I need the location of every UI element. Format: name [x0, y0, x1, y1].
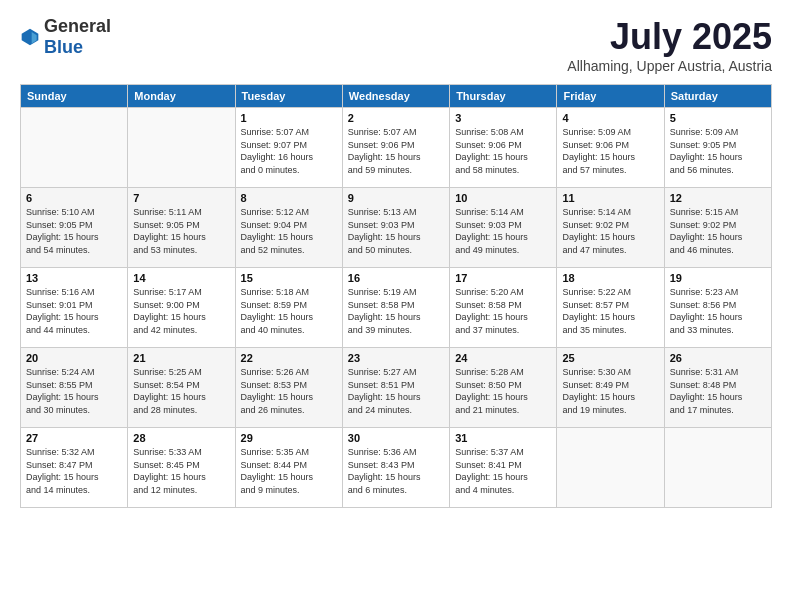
- weekday-header-friday: Friday: [557, 85, 664, 108]
- calendar-cell: 18Sunrise: 5:22 AM Sunset: 8:57 PM Dayli…: [557, 268, 664, 348]
- day-info: Sunrise: 5:25 AM Sunset: 8:54 PM Dayligh…: [133, 366, 229, 416]
- calendar-cell: 19Sunrise: 5:23 AM Sunset: 8:56 PM Dayli…: [664, 268, 771, 348]
- day-number: 18: [562, 272, 658, 284]
- week-row-2: 6Sunrise: 5:10 AM Sunset: 9:05 PM Daylig…: [21, 188, 772, 268]
- calendar-cell: 24Sunrise: 5:28 AM Sunset: 8:50 PM Dayli…: [450, 348, 557, 428]
- day-number: 2: [348, 112, 444, 124]
- day-number: 28: [133, 432, 229, 444]
- calendar-cell: 13Sunrise: 5:16 AM Sunset: 9:01 PM Dayli…: [21, 268, 128, 348]
- calendar-cell: 1Sunrise: 5:07 AM Sunset: 9:07 PM Daylig…: [235, 108, 342, 188]
- day-number: 26: [670, 352, 766, 364]
- calendar-cell: 25Sunrise: 5:30 AM Sunset: 8:49 PM Dayli…: [557, 348, 664, 428]
- calendar-cell: 30Sunrise: 5:36 AM Sunset: 8:43 PM Dayli…: [342, 428, 449, 508]
- calendar-cell: 6Sunrise: 5:10 AM Sunset: 9:05 PM Daylig…: [21, 188, 128, 268]
- day-number: 5: [670, 112, 766, 124]
- weekday-header-sunday: Sunday: [21, 85, 128, 108]
- calendar-cell: 9Sunrise: 5:13 AM Sunset: 9:03 PM Daylig…: [342, 188, 449, 268]
- day-info: Sunrise: 5:35 AM Sunset: 8:44 PM Dayligh…: [241, 446, 337, 496]
- day-number: 11: [562, 192, 658, 204]
- day-info: Sunrise: 5:33 AM Sunset: 8:45 PM Dayligh…: [133, 446, 229, 496]
- day-info: Sunrise: 5:22 AM Sunset: 8:57 PM Dayligh…: [562, 286, 658, 336]
- day-number: 8: [241, 192, 337, 204]
- calendar-cell: [557, 428, 664, 508]
- day-number: 16: [348, 272, 444, 284]
- day-number: 1: [241, 112, 337, 124]
- day-info: Sunrise: 5:16 AM Sunset: 9:01 PM Dayligh…: [26, 286, 122, 336]
- calendar-cell: 17Sunrise: 5:20 AM Sunset: 8:58 PM Dayli…: [450, 268, 557, 348]
- day-info: Sunrise: 5:23 AM Sunset: 8:56 PM Dayligh…: [670, 286, 766, 336]
- day-info: Sunrise: 5:09 AM Sunset: 9:05 PM Dayligh…: [670, 126, 766, 176]
- day-info: Sunrise: 5:26 AM Sunset: 8:53 PM Dayligh…: [241, 366, 337, 416]
- day-info: Sunrise: 5:27 AM Sunset: 8:51 PM Dayligh…: [348, 366, 444, 416]
- calendar-cell: 2Sunrise: 5:07 AM Sunset: 9:06 PM Daylig…: [342, 108, 449, 188]
- calendar-cell: 26Sunrise: 5:31 AM Sunset: 8:48 PM Dayli…: [664, 348, 771, 428]
- calendar-cell: 28Sunrise: 5:33 AM Sunset: 8:45 PM Dayli…: [128, 428, 235, 508]
- calendar-cell: 7Sunrise: 5:11 AM Sunset: 9:05 PM Daylig…: [128, 188, 235, 268]
- day-info: Sunrise: 5:07 AM Sunset: 9:06 PM Dayligh…: [348, 126, 444, 176]
- header: General Blue July 2025 Allhaming, Upper …: [20, 16, 772, 74]
- day-info: Sunrise: 5:14 AM Sunset: 9:02 PM Dayligh…: [562, 206, 658, 256]
- day-number: 9: [348, 192, 444, 204]
- calendar-cell: 3Sunrise: 5:08 AM Sunset: 9:06 PM Daylig…: [450, 108, 557, 188]
- day-number: 12: [670, 192, 766, 204]
- calendar-cell: 27Sunrise: 5:32 AM Sunset: 8:47 PM Dayli…: [21, 428, 128, 508]
- day-info: Sunrise: 5:19 AM Sunset: 8:58 PM Dayligh…: [348, 286, 444, 336]
- day-number: 19: [670, 272, 766, 284]
- day-info: Sunrise: 5:28 AM Sunset: 8:50 PM Dayligh…: [455, 366, 551, 416]
- month-title: July 2025: [567, 16, 772, 58]
- calendar-cell: 4Sunrise: 5:09 AM Sunset: 9:06 PM Daylig…: [557, 108, 664, 188]
- day-info: Sunrise: 5:09 AM Sunset: 9:06 PM Dayligh…: [562, 126, 658, 176]
- day-info: Sunrise: 5:36 AM Sunset: 8:43 PM Dayligh…: [348, 446, 444, 496]
- day-info: Sunrise: 5:12 AM Sunset: 9:04 PM Dayligh…: [241, 206, 337, 256]
- logo: General Blue: [20, 16, 111, 58]
- day-number: 7: [133, 192, 229, 204]
- day-number: 4: [562, 112, 658, 124]
- weekday-header-tuesday: Tuesday: [235, 85, 342, 108]
- day-info: Sunrise: 5:32 AM Sunset: 8:47 PM Dayligh…: [26, 446, 122, 496]
- day-info: Sunrise: 5:31 AM Sunset: 8:48 PM Dayligh…: [670, 366, 766, 416]
- day-info: Sunrise: 5:24 AM Sunset: 8:55 PM Dayligh…: [26, 366, 122, 416]
- weekday-header-saturday: Saturday: [664, 85, 771, 108]
- day-number: 6: [26, 192, 122, 204]
- day-number: 25: [562, 352, 658, 364]
- calendar-cell: [128, 108, 235, 188]
- weekday-header-wednesday: Wednesday: [342, 85, 449, 108]
- day-info: Sunrise: 5:18 AM Sunset: 8:59 PM Dayligh…: [241, 286, 337, 336]
- week-row-5: 27Sunrise: 5:32 AM Sunset: 8:47 PM Dayli…: [21, 428, 772, 508]
- day-number: 14: [133, 272, 229, 284]
- day-info: Sunrise: 5:14 AM Sunset: 9:03 PM Dayligh…: [455, 206, 551, 256]
- day-number: 17: [455, 272, 551, 284]
- week-row-1: 1Sunrise: 5:07 AM Sunset: 9:07 PM Daylig…: [21, 108, 772, 188]
- day-number: 31: [455, 432, 551, 444]
- calendar-table: SundayMondayTuesdayWednesdayThursdayFrid…: [20, 84, 772, 508]
- title-area: July 2025 Allhaming, Upper Austria, Aust…: [567, 16, 772, 74]
- day-number: 3: [455, 112, 551, 124]
- day-number: 24: [455, 352, 551, 364]
- calendar-cell: 21Sunrise: 5:25 AM Sunset: 8:54 PM Dayli…: [128, 348, 235, 428]
- day-info: Sunrise: 5:07 AM Sunset: 9:07 PM Dayligh…: [241, 126, 337, 176]
- day-number: 29: [241, 432, 337, 444]
- day-number: 30: [348, 432, 444, 444]
- location-title: Allhaming, Upper Austria, Austria: [567, 58, 772, 74]
- day-number: 10: [455, 192, 551, 204]
- calendar-cell: 10Sunrise: 5:14 AM Sunset: 9:03 PM Dayli…: [450, 188, 557, 268]
- calendar-cell: 5Sunrise: 5:09 AM Sunset: 9:05 PM Daylig…: [664, 108, 771, 188]
- day-info: Sunrise: 5:37 AM Sunset: 8:41 PM Dayligh…: [455, 446, 551, 496]
- week-row-4: 20Sunrise: 5:24 AM Sunset: 8:55 PM Dayli…: [21, 348, 772, 428]
- calendar-cell: 11Sunrise: 5:14 AM Sunset: 9:02 PM Dayli…: [557, 188, 664, 268]
- calendar-cell: 8Sunrise: 5:12 AM Sunset: 9:04 PM Daylig…: [235, 188, 342, 268]
- logo-general-text: General: [44, 16, 111, 36]
- calendar-cell: [21, 108, 128, 188]
- day-number: 13: [26, 272, 122, 284]
- day-info: Sunrise: 5:08 AM Sunset: 9:06 PM Dayligh…: [455, 126, 551, 176]
- day-info: Sunrise: 5:30 AM Sunset: 8:49 PM Dayligh…: [562, 366, 658, 416]
- weekday-header-row: SundayMondayTuesdayWednesdayThursdayFrid…: [21, 85, 772, 108]
- calendar-cell: 14Sunrise: 5:17 AM Sunset: 9:00 PM Dayli…: [128, 268, 235, 348]
- weekday-header-thursday: Thursday: [450, 85, 557, 108]
- calendar-cell: 29Sunrise: 5:35 AM Sunset: 8:44 PM Dayli…: [235, 428, 342, 508]
- weekday-header-monday: Monday: [128, 85, 235, 108]
- day-info: Sunrise: 5:10 AM Sunset: 9:05 PM Dayligh…: [26, 206, 122, 256]
- calendar-cell: 20Sunrise: 5:24 AM Sunset: 8:55 PM Dayli…: [21, 348, 128, 428]
- generalblue-logo-icon: [20, 27, 40, 47]
- calendar-cell: 12Sunrise: 5:15 AM Sunset: 9:02 PM Dayli…: [664, 188, 771, 268]
